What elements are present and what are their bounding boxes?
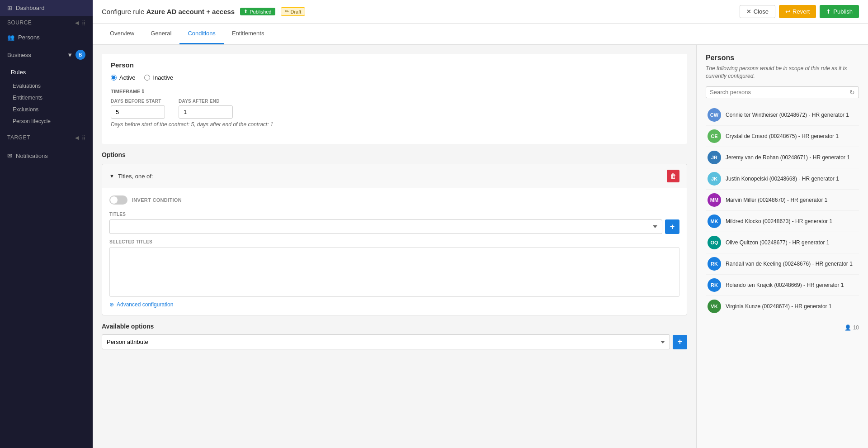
inactive-radio[interactable] [144,75,150,81]
publish-button[interactable]: ⬆ Publish [820,5,859,18]
person-count-icon: 👤 [844,324,851,331]
sidebar-sub-entitlements[interactable]: Entitlements [0,92,93,104]
sidebar-sub-person-lifecycle[interactable]: Person lifecycle [0,115,93,127]
revert-icon: ↩ [785,8,790,15]
persons-icon: 👥 [7,34,14,41]
days-after-end-label: DAYS AFTER END [179,99,233,104]
person-name: Jeremy van de Rohan (00248671) - HR gene… [726,154,850,161]
selected-titles-label: SELECTED TITLES [109,239,679,244]
days-after-end-group: DAYS AFTER END [179,99,233,119]
sidebar-item-persons[interactable]: 👥 Persons [0,29,93,45]
chevron-down-option-icon[interactable]: ▼ [109,173,114,179]
tab-conditions[interactable]: Conditions [179,24,223,44]
tabs-bar: Overview General Conditions Entitlements [93,24,868,45]
titles-select[interactable] [109,219,662,234]
available-options-title: Available options [102,323,687,330]
draft-badge: ✏ Draft [281,7,306,16]
right-panel: Persons The following persons would be i… [696,45,868,448]
sidebar-section-target: Target ◀ ⣿ [0,131,93,144]
topbar: Configure rule Azure AD account + access… [93,0,868,24]
options-title: Options [102,151,687,158]
person-avatar: MM [708,193,721,207]
add-title-button[interactable]: + [665,219,679,234]
persons-list: CW Connie ter Wintheiser (00248672) - HR… [706,105,859,317]
sidebar-sub-exclusions[interactable]: Exclusions [0,104,93,115]
days-inputs: DAYS BEFORE START DAYS AFTER END [111,99,678,119]
sidebar-section-source: Source ◀ ⣿ [0,16,93,29]
trash-icon: 🗑 [670,172,676,180]
invert-condition-row: INVERT CONDITION [109,195,679,205]
right-panel-title: Persons [706,54,859,62]
person-avatar: MK [708,214,721,228]
days-after-end-input[interactable] [179,105,233,119]
active-radio[interactable] [111,75,117,81]
person-item: MK Mildred Klocko (00248673) - HR genera… [706,211,859,232]
person-name: Connie ter Wintheiser (00248672) - HR ge… [726,112,849,118]
person-item: CE Crystal de Emard (00248675) - HR gene… [706,126,859,147]
active-radio-label[interactable]: Active [111,74,135,81]
days-before-start-input[interactable] [111,105,165,119]
titles-select-row: + [109,219,679,234]
options-card: ▼ Titles, one of: 🗑 [102,164,687,315]
target-collapse-icon[interactable]: ◀ [75,135,79,141]
toggle-slider [109,195,127,205]
inactive-radio-label[interactable]: Inactive [144,74,173,81]
person-avatar: JR [708,151,721,164]
plus-available-icon: + [678,337,683,347]
published-badge: ⬆ Published [240,8,275,15]
person-item: CW Connie ter Wintheiser (00248672) - HR… [706,105,859,126]
person-item: JR Jeremy van de Rohan (00248671) - HR g… [706,147,859,168]
add-available-option-button[interactable]: + [673,335,687,349]
person-name: Marvin Miller (00248670) - HR generator … [726,197,827,203]
person-avatar: RK [708,257,721,271]
sidebar-item-rules[interactable]: Rules [0,64,93,80]
person-name: Rolando ten Krajcik (00248669) - HR gene… [726,282,844,288]
person-item: RK Randall van de Keeling (00248676) - H… [706,253,859,275]
publish-upload-icon: ⬆ [826,8,831,15]
person-name: Randall van de Keeling (00248676) - HR g… [726,261,853,267]
source-drag-icon: ⣿ [82,20,86,26]
options-section: Options ▼ Titles, one of: 🗑 [102,151,687,349]
advanced-config-link[interactable]: ⊕ Advanced configuration [109,301,679,308]
invert-condition-label: INVERT CONDITION [132,197,182,203]
refresh-icon[interactable]: ↻ [849,89,855,96]
info-icon: ℹ [142,88,144,94]
person-count: 👤 10 [706,324,859,331]
options-card-header-left: ▼ Titles, one of: [109,173,153,180]
timeframe-label: TIMEFRAME ℹ [111,88,678,94]
sidebar: ⊞ Dashboard Source ◀ ⣿ 👥 Persons Busines… [0,0,93,448]
tab-overview[interactable]: Overview [102,24,142,44]
search-persons-input[interactable] [710,89,847,95]
days-note: Days before start of the contract: 5, da… [111,121,678,128]
source-icons: ◀ ⣿ [75,20,85,26]
person-name: Mildred Klocko (00248673) - HR generator… [726,218,832,224]
source-collapse-icon[interactable]: ◀ [75,20,79,26]
options-card-header: ▼ Titles, one of: 🗑 [102,164,687,188]
close-x-icon: ✕ [746,8,751,15]
plus-circle-icon: ⊕ [109,301,114,308]
main-panel: Person Active Inactive TIMEFRAME [93,45,696,448]
pencil-icon: ✏ [285,9,289,14]
chevron-down-icon: ▼ [67,52,73,58]
sidebar-bottom-icon-notifications[interactable]: ✉ Notifications [0,148,93,164]
person-avatar: CE [708,129,721,143]
right-panel-description: The following persons would be in scope … [706,65,859,80]
sidebar-sub-evaluations[interactable]: Evaluations [0,80,93,92]
person-item: OQ Olive Quitzon (00248677) - HR generat… [706,232,859,253]
page-title: Configure rule Azure AD account + access [102,8,235,15]
person-status-group: Active Inactive [111,74,678,81]
sidebar-item-dashboard[interactable]: ⊞ Dashboard [0,0,93,16]
sidebar-group-business[interactable]: Business ▼ B [0,45,93,64]
person-item: JK Justin Konopelski (00248668) - HR gen… [706,168,859,190]
revert-button[interactable]: ↩ Revert [779,5,816,18]
invert-condition-toggle[interactable] [109,195,127,205]
person-avatar: RK [708,278,721,292]
titles-field-label: TITLES [109,212,679,217]
days-before-start-label: DAYS BEFORE START [111,99,165,104]
person-attribute-select[interactable]: Person attribute [102,334,670,349]
tab-general[interactable]: General [142,24,179,44]
close-button[interactable]: ✕ Close [740,5,775,18]
tab-entitlements[interactable]: Entitlements [224,24,273,44]
person-section: Person Active Inactive TIMEFRAME [102,54,687,144]
delete-condition-button[interactable]: 🗑 [667,170,679,182]
